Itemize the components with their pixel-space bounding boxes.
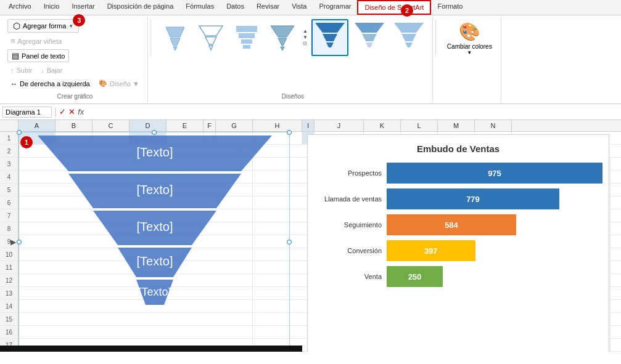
badge-1: 1	[20, 136, 33, 148]
design-item-3[interactable]	[230, 21, 263, 54]
smartart-overlay[interactable]: [Texto] [Texto] [Texto] [Texto] [Texto] …	[19, 132, 290, 352]
row-num-7: 7	[0, 209, 19, 222]
svg-marker-5	[209, 46, 213, 50]
chart-bars: Prospectos 975 Llamada de ventas 779	[314, 163, 602, 287]
chart-value-3: 584	[445, 220, 458, 230]
promote-button[interactable]: ↑ Subir	[7, 65, 35, 76]
scroll-up-btn[interactable]: ▲	[302, 28, 309, 34]
row-num-10: 10	[0, 248, 19, 261]
expand-arrow[interactable]: ▶	[10, 238, 16, 246]
design-item-2[interactable]	[194, 21, 228, 54]
col-header-f[interactable]: F	[204, 120, 216, 131]
disenos-label: Diseños	[282, 92, 304, 100]
change-colors-button[interactable]: 🎨 Cambiar colores ▼	[443, 19, 496, 58]
tab-inicio[interactable]: Inicio	[38, 0, 66, 15]
chart-row-5: Venta 250	[314, 266, 602, 287]
tab-programar[interactable]: Programar	[313, 0, 357, 15]
chart-bar-wrap-3: 584	[387, 214, 602, 235]
design-preview-blue	[352, 20, 387, 55]
tab-formato[interactable]: Formato	[431, 0, 469, 15]
add-shape-dropdown[interactable]: ▼	[68, 23, 73, 29]
text-panel-button[interactable]: ▤ Panel de texto	[7, 49, 69, 62]
chart-bar-wrap-1: 975	[387, 163, 602, 184]
tab-formulas[interactable]: Fórmulas	[179, 0, 220, 15]
col-header-b[interactable]: B	[56, 120, 93, 131]
tab-archivo[interactable]: Archivo	[2, 0, 38, 15]
col-header-h[interactable]: H	[253, 120, 302, 131]
funnel-text-3: [Texto]	[137, 220, 173, 233]
tab-diseno-smartart[interactable]: Diseño de SmartArt	[357, 0, 431, 15]
row-num-6: 6	[0, 196, 19, 209]
col-header-e[interactable]: E	[167, 120, 204, 131]
design-preview-3	[232, 23, 261, 52]
tab-datos[interactable]: Datos	[220, 0, 250, 15]
scroll-down-btn[interactable]: ▼	[302, 34, 309, 41]
col-header-g[interactable]: G	[216, 120, 253, 131]
col-header-k[interactable]: K	[364, 120, 401, 131]
col-header-m[interactable]: M	[438, 120, 475, 131]
funnel-text-4: [Texto]	[137, 254, 173, 268]
funnel-text-2: [Texto]	[137, 183, 173, 196]
col-header-j[interactable]: J	[315, 120, 364, 131]
chart-value-4: 397	[424, 246, 438, 256]
row-num-1: 1	[0, 132, 19, 144]
chart-value-2: 779	[466, 195, 480, 204]
main-area: A B C D E F G H I J K L M N 1	[0, 120, 621, 352]
grid-area: 1 2	[0, 132, 621, 352]
handle-tc[interactable]	[152, 130, 157, 135]
add-shape-button[interactable]: ⬡ Agregar forma ▼	[7, 19, 79, 33]
chart-label-3: Seguimiento	[314, 221, 382, 229]
name-box[interactable]	[2, 107, 52, 118]
col-header-n[interactable]: N	[475, 120, 512, 131]
svg-marker-18	[366, 42, 373, 47]
design-item-light[interactable]	[390, 19, 427, 56]
tab-revisar[interactable]: Revisar	[250, 0, 286, 15]
handle-ml[interactable]	[17, 240, 22, 245]
right-to-left-button[interactable]: ↔ De derecha a izquierda	[7, 78, 93, 89]
col-header-i[interactable]: I	[302, 120, 315, 131]
chart-label-5: Venta	[314, 273, 382, 280]
add-bullet-button[interactable]: ≡ Agregar viñeta	[7, 34, 65, 47]
handle-tl[interactable]	[17, 130, 22, 135]
design-preview-1	[161, 23, 189, 52]
formula-input[interactable]	[86, 108, 619, 116]
col-header-d[interactable]: D	[130, 120, 167, 131]
add-bullet-label: Agregar viñeta	[18, 38, 62, 45]
design-item-blue[interactable]	[351, 19, 388, 56]
color-palette-icon: 🎨	[459, 22, 480, 42]
check-icon[interactable]: ✓	[59, 107, 66, 116]
design-item-4[interactable]	[266, 21, 299, 54]
chart-bar-wrap-2: 779	[387, 188, 602, 209]
fx-icon[interactable]: fx	[78, 107, 84, 116]
tab-vista[interactable]: Vista	[286, 0, 313, 15]
row-num-header	[0, 120, 19, 131]
design-button[interactable]: 🎨 Diseño ▼	[96, 78, 142, 89]
design-item-1[interactable]	[158, 21, 192, 54]
add-shape-label: Agregar forma	[23, 22, 66, 30]
right-to-left-icon: ↔	[10, 80, 17, 87]
cross-icon[interactable]: ✕	[68, 107, 75, 116]
svg-marker-15	[326, 42, 334, 47]
col-header-c[interactable]: C	[93, 120, 130, 131]
chart-value-1: 975	[488, 169, 501, 178]
svg-marker-12	[281, 47, 284, 51]
chart-bar-1: 975	[387, 163, 602, 184]
handle-tr[interactable]	[287, 130, 292, 135]
col-header-l[interactable]: L	[401, 120, 438, 131]
svg-marker-3	[199, 26, 223, 36]
promote-icon: ↑	[10, 67, 14, 74]
design-preview-2	[197, 23, 225, 52]
tab-disposicion[interactable]: Disposición de página	[101, 0, 180, 15]
chart-value-5: 250	[408, 272, 422, 281]
funnel-text-5: [Texto]	[138, 286, 171, 298]
design-item-selected[interactable]	[311, 19, 348, 56]
row-num-2: 2	[0, 145, 19, 157]
demote-button[interactable]: ↓ Bajar	[38, 65, 65, 76]
colors-dropdown-arrow: ▼	[467, 50, 472, 55]
scroll-more-btn[interactable]: ⊡	[302, 41, 309, 47]
text-panel-label: Panel de texto	[22, 52, 65, 60]
svg-marker-21	[405, 42, 413, 47]
handle-mr[interactable]	[287, 240, 292, 245]
col-header-a[interactable]: A	[19, 120, 56, 131]
tab-insertar[interactable]: Insertar	[65, 0, 101, 15]
